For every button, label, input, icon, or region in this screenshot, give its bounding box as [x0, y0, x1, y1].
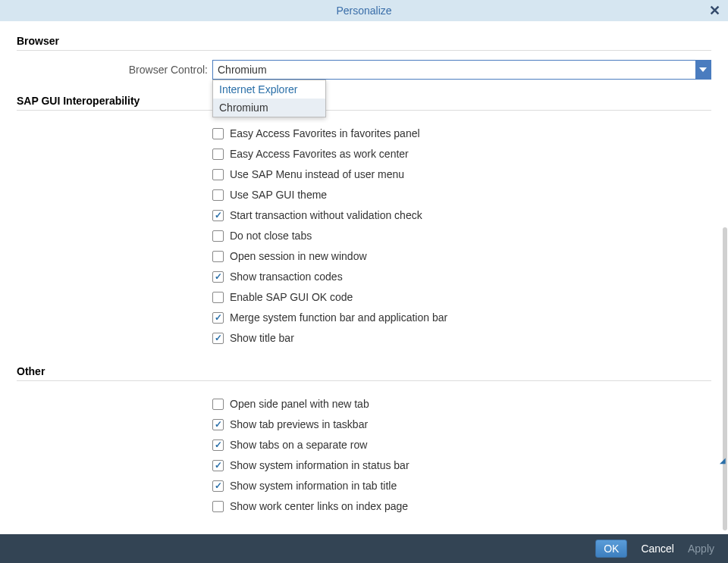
- sapgui-item-row: ✓Show transaction codes: [212, 271, 711, 283]
- other-item-row: ✓Show tab previews in taskbar: [212, 418, 711, 430]
- ok-button[interactable]: OK: [595, 540, 627, 558]
- sapgui-item-checkbox[interactable]: [212, 251, 224, 262]
- sapgui-item-row: ✓Merge system function bar and applicati…: [212, 311, 711, 324]
- other-item-label: Show tab previews in taskbar: [230, 418, 368, 430]
- dropdown-option-ie[interactable]: Internet Explorer: [213, 80, 325, 99]
- browser-control-select-wrap: Chromium Internet Explorer Chromium: [212, 60, 711, 80]
- sapgui-item-row: Use SAP GUI theme: [212, 189, 711, 201]
- other-item-label: Show tabs on a separate row: [230, 439, 367, 451]
- sapgui-item-checkbox[interactable]: [212, 189, 224, 201]
- sapgui-item-checkbox[interactable]: [212, 169, 224, 180]
- other-item-row: ✓Show tabs on a separate row: [212, 439, 711, 451]
- other-item-checkbox[interactable]: [212, 501, 224, 512]
- sapgui-item-checkbox[interactable]: [212, 230, 224, 242]
- other-item-checkbox[interactable]: ✓: [212, 480, 224, 492]
- sapgui-item-label: Do not close tabs: [230, 230, 312, 242]
- scroll-marker-icon: ◢: [720, 456, 726, 464]
- sapgui-item-row: Easy Access Favorites as work center: [212, 148, 711, 160]
- checkmark-icon: ✓: [215, 333, 222, 342]
- sapgui-item-row: Easy Access Favorites in favorites panel: [212, 127, 711, 139]
- browser-control-label: Browser Control:: [17, 64, 212, 76]
- sapgui-item-checkbox[interactable]: [212, 292, 224, 303]
- checkmark-icon: ✓: [215, 481, 222, 490]
- sapgui-item-label: Start transaction without validation che…: [230, 209, 422, 221]
- other-item-row: Show work center links on index page: [212, 500, 711, 512]
- sapgui-item-label: Enable SAP GUI OK code: [230, 291, 353, 303]
- dropdown-option-chromium[interactable]: Chromium: [213, 99, 325, 117]
- scrollbar-thumb[interactable]: [723, 227, 727, 530]
- content-area: Browser Browser Control: Chromium Intern…: [0, 21, 728, 534]
- browser-control-selected-value: Chromium: [218, 64, 267, 76]
- sapgui-item-checkbox[interactable]: ✓: [212, 312, 224, 324]
- other-item-label: Show work center links on index page: [230, 500, 408, 512]
- sapgui-item-checkbox[interactable]: [212, 128, 224, 139]
- close-icon[interactable]: ✕: [709, 4, 720, 17]
- sapgui-item-row: Open session in new window: [212, 250, 711, 262]
- other-item-label: Show system information in tab title: [230, 480, 397, 492]
- dialog-title: Personalize: [336, 5, 391, 17]
- sapgui-item-row: Enable SAP GUI OK code: [212, 291, 711, 303]
- checkmark-icon: ✓: [215, 440, 222, 449]
- sapgui-item-row: ✓Start transaction without validation ch…: [212, 209, 711, 221]
- cancel-button[interactable]: Cancel: [641, 543, 674, 555]
- sapgui-list: Easy Access Favorites in favorites panel…: [212, 127, 711, 344]
- other-item-row: ✓Show system information in tab title: [212, 480, 711, 492]
- checkmark-icon: ✓: [215, 211, 222, 220]
- other-item-row: ✓Show system information in status bar: [212, 459, 711, 471]
- sapgui-item-label: Easy Access Favorites in favorites panel: [230, 127, 420, 139]
- browser-control-dropdown: Internet Explorer Chromium: [212, 80, 326, 117]
- other-item-row: Open side panel with new tab: [212, 398, 711, 410]
- sapgui-item-label: Show transaction codes: [230, 271, 343, 283]
- sapgui-item-label: Open session in new window: [230, 250, 367, 262]
- checkmark-icon: ✓: [215, 461, 222, 470]
- sapgui-item-row: Use SAP Menu instead of user menu: [212, 168, 711, 180]
- sapgui-item-checkbox[interactable]: ✓: [212, 271, 224, 283]
- other-item-checkbox[interactable]: [212, 399, 224, 410]
- sapgui-item-label: Use SAP GUI theme: [230, 189, 327, 201]
- other-item-checkbox[interactable]: ✓: [212, 460, 224, 471]
- sapgui-item-row: Do not close tabs: [212, 230, 711, 242]
- sapgui-item-checkbox[interactable]: ✓: [212, 333, 224, 344]
- checkmark-icon: ✓: [215, 272, 222, 281]
- sapgui-item-checkbox[interactable]: [212, 149, 224, 160]
- apply-button: Apply: [688, 543, 714, 555]
- sapgui-item-label: Merge system function bar and applicatio…: [230, 311, 447, 324]
- sapgui-item-label: Easy Access Favorites as work center: [230, 148, 409, 160]
- chevron-down-icon: [695, 61, 711, 79]
- section-header-other: Other: [17, 365, 711, 381]
- sapgui-item-checkbox[interactable]: ✓: [212, 210, 224, 221]
- sapgui-item-row: ✓Show title bar: [212, 332, 711, 344]
- browser-control-row: Browser Control: Chromium Internet Explo…: [17, 60, 711, 80]
- section-header-sapgui: SAP GUI Interoperability: [17, 95, 711, 111]
- checkmark-icon: ✓: [215, 420, 222, 429]
- other-list: Open side panel with new tab✓Show tab pr…: [212, 398, 711, 512]
- checkmark-icon: ✓: [215, 313, 222, 322]
- browser-control-select[interactable]: Chromium: [212, 60, 711, 80]
- sapgui-item-label: Use SAP Menu instead of user menu: [230, 168, 404, 180]
- titlebar: Personalize ✕: [0, 0, 728, 21]
- sapgui-item-label: Show title bar: [230, 332, 294, 344]
- other-item-label: Show system information in status bar: [230, 459, 410, 471]
- section-header-browser: Browser: [17, 35, 711, 51]
- footer-bar: OK Cancel Apply: [0, 534, 728, 563]
- other-item-label: Open side panel with new tab: [230, 398, 369, 410]
- other-item-checkbox[interactable]: ✓: [212, 419, 224, 430]
- other-item-checkbox[interactable]: ✓: [212, 439, 224, 451]
